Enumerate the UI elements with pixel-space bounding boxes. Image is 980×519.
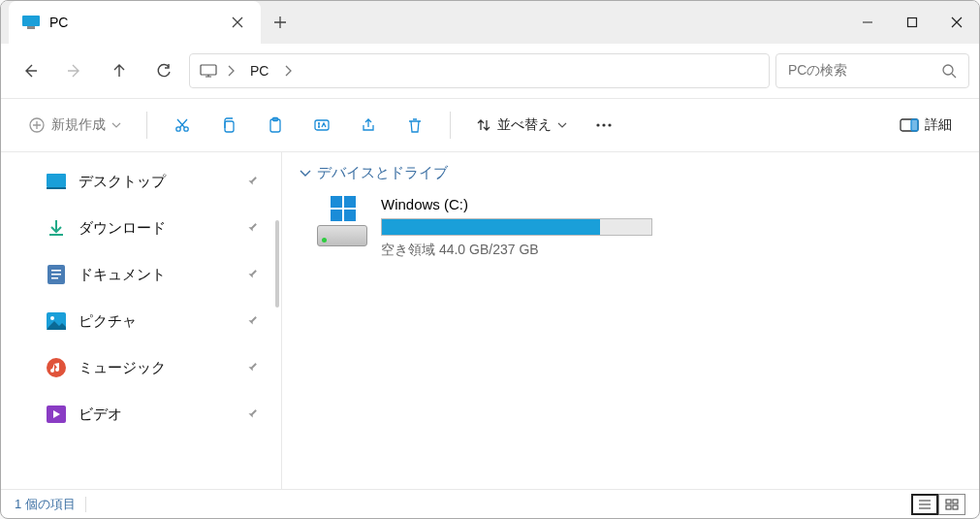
navigation-pane[interactable]: デスクトップ ダウンロード ドキュメント ピクチャ ミュージック <box>1 152 282 489</box>
svg-point-14 <box>608 123 611 126</box>
forward-button[interactable] <box>55 51 94 90</box>
sidebar-item-label: ピクチャ <box>79 312 137 331</box>
svg-point-25 <box>47 358 66 377</box>
back-button[interactable] <box>11 51 49 90</box>
svg-rect-11 <box>315 120 329 130</box>
svg-rect-27 <box>946 500 951 503</box>
sidebar-item-desktop[interactable]: デスクトップ <box>1 158 281 205</box>
details-label: 詳細 <box>925 116 952 134</box>
new-label: 新規作成 <box>51 116 106 134</box>
up-button[interactable] <box>100 51 139 90</box>
rename-icon <box>313 116 331 134</box>
chevron-down-icon <box>557 122 567 128</box>
music-icon <box>46 357 67 378</box>
clipboard-icon <box>267 116 284 134</box>
new-tab-button[interactable] <box>261 1 300 44</box>
icons-view-button[interactable] <box>938 494 965 515</box>
rename-button[interactable] <box>302 108 341 143</box>
sort-icon <box>476 117 491 133</box>
svg-rect-0 <box>22 16 40 26</box>
video-icon <box>46 404 67 425</box>
copy-button[interactable] <box>209 108 248 143</box>
chevron-down-icon <box>111 122 121 128</box>
close-tab-button[interactable] <box>228 13 247 32</box>
tab-title: PC <box>49 15 228 30</box>
pin-icon[interactable] <box>244 174 261 190</box>
copy-icon <box>220 116 237 134</box>
windows-logo-icon <box>331 196 356 221</box>
svg-rect-29 <box>946 505 951 509</box>
plus-circle-icon <box>28 116 46 134</box>
trash-icon <box>406 116 424 134</box>
pictures-icon <box>46 310 67 332</box>
search-placeholder: PCの検索 <box>788 62 933 80</box>
monitor-icon <box>200 64 217 78</box>
address-bar[interactable]: PC <box>189 53 770 88</box>
chevron-right-icon[interactable] <box>227 65 235 77</box>
drive-item[interactable]: Windows (C:) 空き領域 44.0 GB/237 GB <box>300 196 962 259</box>
chevron-right-icon[interactable] <box>284 65 292 77</box>
capacity-bar <box>381 218 652 236</box>
svg-rect-8 <box>225 121 234 132</box>
search-box[interactable]: PCの検索 <box>775 53 969 88</box>
pin-icon[interactable] <box>244 313 261 330</box>
drive-subtitle: 空き領域 44.0 GB/237 GB <box>381 242 681 259</box>
svg-rect-22 <box>51 277 58 279</box>
download-icon <box>46 217 67 239</box>
svg-point-12 <box>596 123 599 126</box>
group-header-label: デバイスとドライブ <box>317 164 448 182</box>
details-pane-icon <box>900 118 919 132</box>
item-count: 1 個の項目 <box>15 496 76 513</box>
close-window-button[interactable] <box>934 1 979 44</box>
svg-point-4 <box>943 65 953 75</box>
details-pane-button[interactable]: 詳細 <box>890 108 962 143</box>
tab-active[interactable]: PC <box>9 1 261 44</box>
window-controls <box>845 1 979 44</box>
delete-button[interactable] <box>395 108 434 143</box>
drive-name: Windows (C:) <box>381 196 681 212</box>
sidebar-item-label: ビデオ <box>79 405 122 424</box>
sidebar-item-videos[interactable]: ビデオ <box>1 391 281 438</box>
sort-label: 並べ替え <box>497 116 552 134</box>
pin-icon[interactable] <box>244 220 261 237</box>
share-button[interactable] <box>349 108 388 143</box>
document-icon <box>46 264 67 285</box>
sidebar-item-label: ダウンロード <box>79 219 166 238</box>
scrollbar-thumb[interactable] <box>275 220 279 308</box>
sidebar-item-downloads[interactable]: ダウンロード <box>1 205 281 251</box>
svg-rect-1 <box>27 26 35 29</box>
breadcrumb-pc[interactable]: PC <box>244 61 274 81</box>
navigation-row: PC PCの検索 <box>1 44 979 98</box>
pin-icon[interactable] <box>244 267 261 283</box>
group-header[interactable]: デバイスとドライブ <box>300 164 962 182</box>
title-bar: PC <box>1 1 979 44</box>
new-button[interactable]: 新規作成 <box>18 108 131 143</box>
pin-icon[interactable] <box>244 406 261 423</box>
sidebar-item-label: デスクトップ <box>79 173 166 191</box>
status-bar: 1 個の項目 <box>1 489 979 518</box>
main-content[interactable]: デバイスとドライブ Windows (C:) 空き領域 44.0 GB/237 … <box>282 152 979 489</box>
svg-rect-30 <box>953 505 958 509</box>
details-view-button[interactable] <box>911 494 938 515</box>
paste-button[interactable] <box>256 108 295 143</box>
scissors-icon <box>174 116 191 134</box>
svg-rect-2 <box>908 18 917 27</box>
sort-button[interactable]: 並べ替え <box>466 108 577 143</box>
refresh-button[interactable] <box>144 51 183 90</box>
sidebar-item-label: ミュージック <box>79 359 166 377</box>
maximize-button[interactable] <box>890 1 934 44</box>
svg-rect-17 <box>47 174 66 187</box>
search-icon <box>941 63 957 79</box>
drive-icon <box>317 196 367 246</box>
more-button[interactable] <box>585 108 623 143</box>
share-icon <box>360 116 377 134</box>
chevron-down-icon <box>300 170 311 178</box>
sidebar-item-music[interactable]: ミュージック <box>1 344 281 391</box>
ellipsis-icon <box>595 123 613 127</box>
cut-button[interactable] <box>163 108 202 143</box>
svg-point-13 <box>602 123 605 126</box>
pin-icon[interactable] <box>244 360 261 376</box>
sidebar-item-pictures[interactable]: ピクチャ <box>1 298 281 344</box>
minimize-button[interactable] <box>845 1 890 44</box>
sidebar-item-documents[interactable]: ドキュメント <box>1 251 281 298</box>
